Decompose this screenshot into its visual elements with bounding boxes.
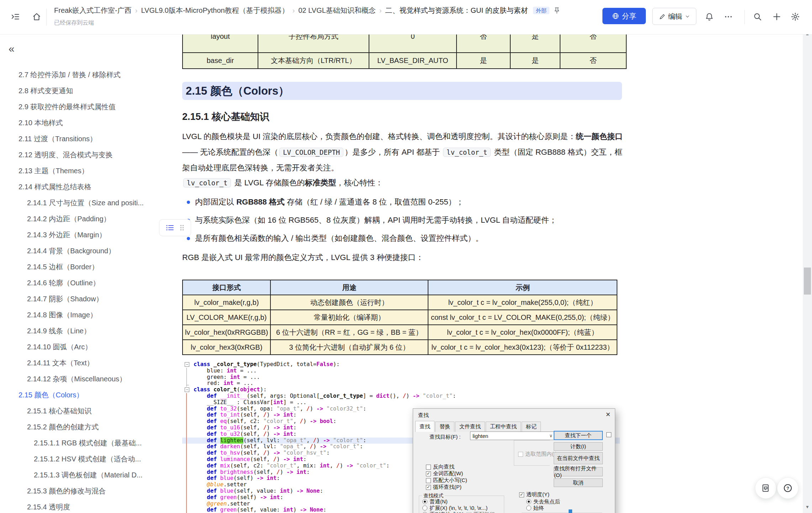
count-button[interactable]: 计数(I) (554, 442, 603, 451)
sidebar-item[interactable]: 2.15.1 核心基础知识 (0, 403, 170, 419)
code-token (293, 469, 296, 475)
sidebar-item[interactable]: 2.15.1.1 RGB 模式创建（最基础... (0, 435, 170, 451)
feedback-button[interactable] (755, 477, 776, 499)
search-icon[interactable] (752, 11, 764, 23)
dialog-tab[interactable]: 替换 (435, 422, 454, 432)
in-selection-checkbox[interactable]: 选取范围内(I) (518, 451, 557, 458)
sidebar-item[interactable]: 2.14.10 圆弧（Arc） (0, 339, 170, 355)
sidebar-item[interactable]: 2.15.1.3 调色板创建（Material D... (0, 467, 170, 483)
home-icon[interactable] (31, 11, 43, 23)
sidebar-toggle-icon[interactable] (9, 11, 21, 23)
outline-list-icon[interactable] (166, 224, 174, 231)
code-token: ) (267, 431, 273, 437)
fold-line (182, 438, 191, 444)
pin-icon[interactable] (553, 7, 561, 15)
code-token: int (283, 507, 293, 513)
radio-button (422, 506, 427, 511)
sidebar-item[interactable]: 2.12 透明度、混合模式与变换 (0, 147, 170, 163)
sidebar-item[interactable]: 2.14.5 边框（Border） (0, 259, 170, 275)
breadcrumb-item[interactable]: Freak嵌入式工作室-广西 (54, 6, 132, 15)
fold-line (182, 400, 191, 406)
drag-handle-icon[interactable] (180, 224, 184, 231)
breadcrumb-item[interactable]: 02 LVGL基础知识和概念 (298, 6, 375, 15)
sidebar-item[interactable]: 2.14.11 文本（Text） (0, 355, 170, 371)
find-target-input[interactable]: lighten ∨ (470, 432, 555, 440)
match-newline-checkbox[interactable]: 匹配新行 (466, 511, 495, 513)
new-doc-icon[interactable] (771, 11, 783, 23)
top-bar: Freak嵌入式工作室-广西 › LVGL9.0版本-MicroPython教程… (0, 0, 812, 35)
sidebar-collapse-button[interactable]: « (9, 43, 15, 55)
sidebar-item[interactable]: 2.15 颜色（Colors） (0, 387, 170, 403)
vertical-scrollbar[interactable]: ▲ ▼ (803, 30, 812, 513)
text-run: ，核心特性： (336, 178, 383, 187)
dialog-tab[interactable]: 查找 (415, 421, 434, 432)
sidebar-item[interactable]: 2.14.7 阴影（Shadow） (0, 291, 170, 307)
find-next-button[interactable]: 查找下一个 (554, 431, 603, 440)
sidebar-item[interactable]: 2.9 获取控件的最终样式属性值 (0, 99, 170, 115)
find-all-open-files-button[interactable]: 查找所有打开文件(O) (554, 467, 603, 476)
edit-label: 编辑 (668, 12, 682, 21)
sidebar-item[interactable]: 2.14.12 杂项（Miscellaneous） (0, 371, 170, 387)
code-token: (self, value: (237, 507, 283, 513)
find-option-checkbox[interactable]: 全词匹配(W) (426, 470, 467, 477)
sidebar-item[interactable]: 2.8 样式变更通知 (0, 83, 170, 99)
dialog-tab[interactable]: 工程中查找 (486, 422, 521, 432)
code-token: : (276, 475, 280, 481)
share-button[interactable]: 分享 (602, 8, 646, 24)
checkbox-box (426, 471, 431, 476)
transparency-checkbox[interactable]: 透明度(Y) (519, 491, 549, 498)
slider-thumb[interactable] (569, 509, 572, 513)
dialog-tab[interactable]: 文件查找 (455, 422, 485, 432)
sidebar-item[interactable]: 2.14 样式属性总结表格 (0, 179, 170, 195)
sidebar-item[interactable]: 2.14.9 线条（Line） (0, 323, 170, 339)
transparency-radio[interactable]: 始终 (526, 505, 560, 511)
fold-marker-icon[interactable] (182, 387, 191, 393)
mini-checkbox[interactable] (606, 432, 611, 437)
scroll-down-arrow[interactable]: ▼ (803, 504, 812, 509)
sidebar-item[interactable]: 2.14.1 尺寸与位置（Size and positi... (0, 195, 170, 211)
fold-line (182, 495, 191, 501)
find-option-checkbox[interactable]: 匹配大小写(C) (426, 477, 467, 484)
search-mode-radio[interactable]: 扩展(X) (\n, \r, \t, \0, \x...) (422, 505, 487, 511)
close-icon[interactable]: ✕ (606, 411, 611, 418)
table-cell: lv_color_make(r,g,b) (183, 295, 270, 310)
code-line: __SIZE__ : ClassVar[int] = ... (182, 400, 620, 406)
chevron-down-icon (685, 14, 690, 19)
fold-line (182, 501, 191, 507)
dialog-tab[interactable]: 标记 (522, 422, 541, 432)
find-option-checkbox[interactable]: 反向查找 (426, 464, 467, 470)
edit-button[interactable]: 编辑 (652, 8, 696, 25)
more-icon[interactable] (722, 11, 734, 23)
help-button[interactable]: ? (777, 477, 798, 499)
code-token (280, 412, 283, 418)
cancel-button[interactable]: 取消 (554, 478, 603, 487)
fold-marker-icon[interactable] (182, 361, 191, 368)
sidebar-item[interactable]: 2.14.3 外边距（Margin） (0, 227, 170, 243)
sidebar-item[interactable]: 2.15.1.2 HSV 模式创建（适合动... (0, 451, 170, 467)
notifications-icon[interactable] (703, 11, 715, 23)
code-line: red: int = ... (182, 380, 620, 387)
sidebar-item[interactable]: 2.15.2 颜色的创建方式 (0, 419, 170, 435)
sidebar-item[interactable]: 2.13 主题（Themes） (0, 163, 170, 179)
find-in-current-file-button[interactable]: 在当前文件中查找 (554, 452, 603, 464)
breadcrumb-item[interactable]: LVGL9.0版本-MicroPython教程（基于模拟器） (141, 6, 289, 15)
find-option-checkbox[interactable]: 循环查找(P) (426, 484, 467, 491)
scrollbar-thumb[interactable] (804, 268, 811, 295)
section-heading-colors[interactable]: 2.15 颜色（Colors） (182, 82, 622, 100)
search-mode-radio[interactable]: 普通(N) (422, 498, 487, 505)
sidebar-item[interactable]: 2.15.4 透明度 (0, 499, 170, 513)
sidebar-item[interactable]: 2.14.6 轮廓（Outline） (0, 275, 170, 291)
sidebar-item[interactable]: 2.14.8 图像（Image） (0, 307, 170, 323)
transparency-radio[interactable]: 失去焦点后 (526, 498, 560, 505)
sidebar-item[interactable]: 2.10 本地样式 (0, 115, 170, 131)
combo-arrow-icon[interactable]: ∨ (549, 433, 553, 438)
sidebar-item[interactable]: 2.14.2 内边距（Padding） (0, 211, 170, 227)
sidebar-item[interactable]: 2.15.3 颜色的修改与混合 (0, 483, 170, 499)
sidebar-item[interactable]: 2.11 过渡（Transitions） (0, 131, 170, 147)
code-token: def (207, 412, 220, 418)
sidebar-item[interactable]: 2.14.4 背景（Background） (0, 243, 170, 259)
paragraph-lv-color-t: lv_color_t 是 LVGL 存储颜色的标准类型，核心特性： (182, 175, 628, 191)
code-token: "color_t" (333, 437, 363, 444)
settings-gear-icon[interactable] (789, 11, 801, 23)
sidebar-item[interactable]: 2.7 给控件添加 / 替换 / 移除样式 (0, 67, 170, 83)
